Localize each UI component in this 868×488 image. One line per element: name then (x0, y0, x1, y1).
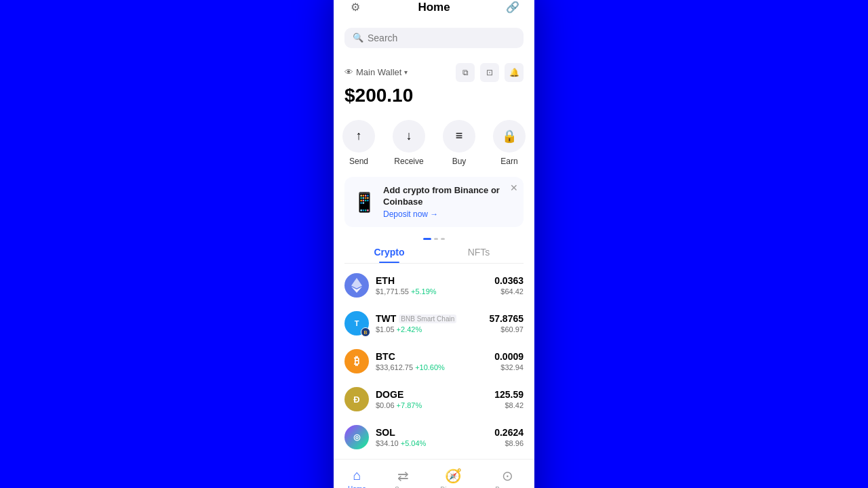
list-item[interactable]: ETH $1,771.55 +5.19% 0.0363 $64.42 (334, 266, 534, 304)
wallet-actions: ⧉ ⊡ 🔔 (456, 63, 524, 82)
doge-name: DOGE (376, 389, 403, 400)
search-input-wrap[interactable]: 🔍 (344, 28, 524, 48)
notifications-button[interactable]: 🔔 (505, 63, 524, 82)
bnb-badge: B (361, 327, 370, 337)
buy-label: Buy (452, 157, 467, 166)
action-buttons: ↑ Send ↓ Receive ≡ Buy 🔒 Earn (334, 120, 534, 166)
bottom-nav: ⌂ Home ⇄ Swap 🧭 Discover ⊙ Browser (334, 459, 534, 488)
buy-icon-circle: ≡ (443, 120, 475, 152)
twt-name: TWT (376, 313, 396, 324)
visibility-icon: 👁 (344, 67, 353, 77)
twt-usd: $60.97 (489, 325, 524, 333)
page-title: Home (418, 1, 450, 14)
settings-button[interactable]: ⚙ (344, 0, 366, 18)
btc-usd: $32.94 (494, 363, 524, 371)
top-bar: ⚙ Home 🔗 (334, 0, 534, 25)
eth-name: ETH (376, 275, 395, 286)
btc-price: $33,612.75 +10.60% (376, 363, 488, 371)
sol-name: SOL (376, 427, 395, 438)
crypto-list: ETH $1,771.55 +5.19% 0.0363 $64.42 T B (334, 264, 534, 459)
copy-address-button[interactable]: ⧉ (456, 63, 475, 82)
tab-crypto[interactable]: Crypto (344, 240, 434, 263)
eth-usd: $64.42 (494, 287, 524, 296)
eth-values: 0.0363 $64.42 (494, 275, 524, 296)
discover-icon: 🧭 (445, 468, 462, 484)
chevron-down-icon: ▾ (404, 68, 408, 76)
doge-values: 125.59 $8.42 (494, 389, 524, 409)
btc-name: BTC (376, 351, 395, 362)
tab-nfts[interactable]: NFTs (434, 240, 524, 263)
eth-change: +5.19% (411, 287, 437, 296)
sol-price: $34.10 +5.04% (376, 439, 488, 447)
sol-amount: 0.2624 (494, 427, 524, 438)
wallet-name-label: Main Wallet (356, 67, 401, 77)
home-icon: ⌂ (353, 468, 361, 483)
send-label: Send (349, 157, 368, 166)
nav-discover[interactable]: 🧭 Discover (429, 465, 477, 488)
eth-logo (344, 273, 369, 298)
sol-usd: $8.96 (494, 439, 524, 447)
receive-icon-circle: ↓ (393, 120, 425, 152)
nav-browser[interactable]: ⊙ Browser (484, 465, 531, 488)
main-content: 👁 Main Wallet ▾ ⧉ ⊡ 🔔 $200.10 ↑ Send ↓ (334, 55, 534, 460)
btc-values: 0.0009 $32.94 (494, 351, 524, 371)
swap-icon: ⇄ (397, 468, 409, 484)
search-bar: 🔍 (334, 25, 534, 55)
send-button[interactable]: ↑ Send (342, 120, 375, 166)
doge-price: $0.06 +7.87% (376, 401, 488, 409)
wallet-balance: $200.10 (344, 85, 524, 106)
earn-button[interactable]: 🔒 Earn (493, 120, 526, 166)
promo-image: 📱 (353, 191, 376, 214)
btc-info: BTC $33,612.75 +10.60% (376, 351, 488, 371)
buy-button[interactable]: ≡ Buy (443, 120, 475, 166)
send-icon-circle: ↑ (342, 120, 375, 152)
twt-values: 57.8765 $60.97 (489, 313, 524, 333)
receive-button[interactable]: ↓ Receive (393, 120, 425, 166)
twt-change: +2.42% (397, 325, 422, 333)
wallet-header: 👁 Main Wallet ▾ ⧉ ⊡ 🔔 (344, 63, 524, 82)
promo-title: Add crypto from Binance or Coinbase (383, 185, 515, 208)
twt-chain: BNB Smart Chain (399, 314, 456, 323)
promo-text: Add crypto from Binance or Coinbase Depo… (383, 185, 515, 220)
expand-button[interactable]: ⊡ (480, 63, 499, 82)
sol-info: SOL $34.10 +5.04% (376, 427, 488, 447)
deposit-link[interactable]: Deposit now → (383, 209, 515, 219)
sol-change: +5.04% (401, 439, 427, 447)
search-input[interactable] (368, 33, 515, 43)
sol-logo: ◎ (344, 425, 369, 449)
receive-label: Receive (394, 157, 423, 166)
doge-info: DOGE $0.06 +7.87% (376, 389, 488, 409)
list-item[interactable]: T B TWT BNB Smart Chain $1.05 +2.42% 57.… (334, 304, 534, 342)
btc-amount: 0.0009 (494, 351, 524, 362)
doge-logo: Ð (344, 387, 369, 411)
wallet-section: 👁 Main Wallet ▾ ⧉ ⊡ 🔔 $200.10 (334, 55, 534, 120)
twt-logo: T B (344, 311, 369, 336)
search-icon: 🔍 (353, 33, 363, 43)
btc-logo: ₿ (344, 349, 369, 373)
twt-info: TWT BNB Smart Chain $1.05 +2.42% (376, 313, 482, 333)
nav-swap[interactable]: ⇄ Swap (384, 465, 422, 488)
doge-change: +7.87% (397, 401, 422, 409)
phone-frame: 09:41 ▋▋▋ ▲ ⚙ Home 🔗 🔍 👁 Main Wallet (334, 0, 534, 488)
doge-amount: 125.59 (494, 389, 524, 400)
promo-close-button[interactable]: ✕ (510, 182, 518, 193)
nav-home-label: Home (348, 485, 366, 488)
nav-home[interactable]: ⌂ Home (337, 465, 377, 488)
earn-label: Earn (500, 157, 517, 166)
sol-values: 0.2624 $8.96 (494, 427, 524, 447)
eth-amount: 0.0363 (494, 275, 524, 286)
promo-banner: 📱 Add crypto from Binance or Coinbase De… (344, 177, 524, 228)
asset-tabs: Crypto NFTs (344, 240, 524, 264)
browser-icon: ⊙ (502, 468, 513, 484)
list-item[interactable]: ₿ BTC $33,612.75 +10.60% 0.0009 $32.94 (334, 342, 534, 380)
twt-price: $1.05 +2.42% (376, 325, 482, 333)
eth-price: $1,771.55 +5.19% (376, 287, 488, 296)
btc-change: +10.60% (415, 363, 445, 371)
twt-amount: 57.8765 (489, 313, 524, 324)
doge-usd: $8.42 (494, 401, 524, 409)
wallet-selector[interactable]: 👁 Main Wallet ▾ (344, 67, 408, 77)
list-item[interactable]: ◎ SOL $34.10 +5.04% 0.2624 $8.96 (334, 418, 534, 456)
wallet-connect-button[interactable]: 🔗 (502, 0, 524, 18)
earn-icon-circle: 🔒 (493, 120, 526, 152)
list-item[interactable]: Ð DOGE $0.06 +7.87% 125.59 $8.42 (334, 380, 534, 418)
